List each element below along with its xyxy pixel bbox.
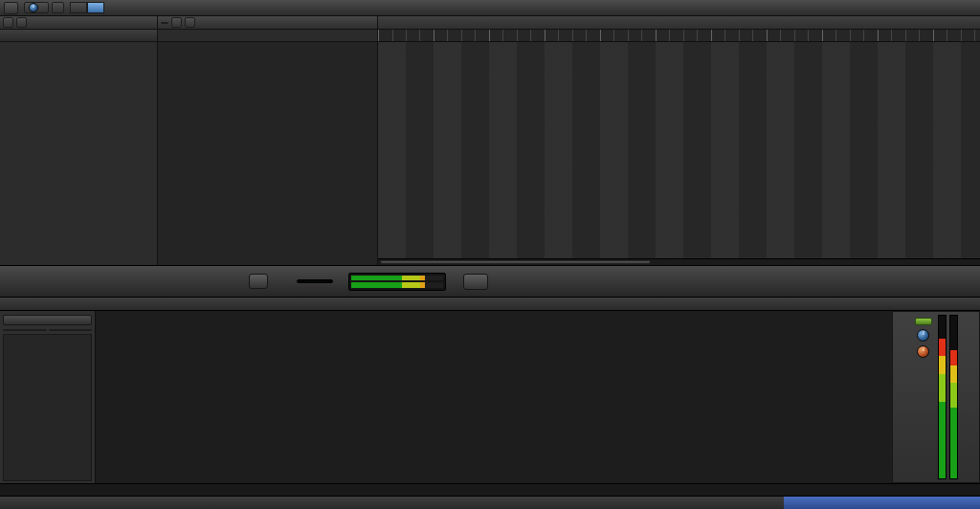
master-eq-knob[interactable] [917, 329, 929, 342]
master-channel-strip[interactable] [892, 311, 980, 483]
add-track-button[interactable] [3, 17, 13, 28]
master-controls [915, 315, 932, 479]
channel-strips [96, 311, 98, 483]
scrollbar-thumb[interactable] [380, 260, 651, 264]
track-panel-subheader [0, 30, 157, 42]
check-buttons [3, 329, 92, 331]
mixcraft-window [0, 0, 980, 509]
automation-type-select[interactable] [24, 2, 49, 13]
perf-add-button[interactable] [161, 22, 168, 24]
main-toolbar [0, 0, 980, 16]
cpu-status [784, 497, 980, 509]
performance-header [158, 16, 377, 30]
arrangement-area [0, 16, 980, 266]
timeline-ruler[interactable] [378, 30, 980, 42]
master-track-button[interactable] [16, 17, 27, 28]
perf-cue-select[interactable] [171, 17, 182, 28]
time-mode-button[interactable] [70, 2, 87, 13]
time-mode-toggle [70, 2, 104, 13]
meter-unlit [425, 282, 443, 288]
lcd-display [297, 279, 333, 283]
master-send-knob[interactable] [917, 345, 929, 358]
marker-lane[interactable] [378, 16, 980, 30]
meter-fill [939, 339, 946, 478]
track-panel [0, 16, 158, 265]
beats-mode-button[interactable] [87, 2, 104, 13]
performance-panel [158, 16, 378, 265]
meter-fill [950, 350, 957, 478]
mixer-track-labels [0, 483, 980, 496]
app-icon [4, 2, 18, 14]
transport-bar [0, 266, 980, 298]
bottom-tabs [0, 298, 980, 311]
check-none-button[interactable] [49, 329, 93, 331]
track-panel-header [0, 16, 157, 30]
meter-unlit [425, 276, 443, 281]
master-level-meter [348, 273, 446, 291]
status-bar [0, 496, 980, 509]
master-meter-right [949, 315, 958, 479]
mixer-panel [0, 311, 980, 483]
timeline [378, 16, 980, 265]
clip-area[interactable] [378, 42, 980, 265]
meter-bar-left [351, 276, 443, 281]
check-all-button[interactable] [3, 329, 47, 331]
show-tracks-list [3, 334, 92, 481]
snap-select[interactable] [52, 2, 64, 13]
perf-quantize-select[interactable] [185, 17, 195, 28]
timeline-hscrollbar[interactable] [378, 258, 980, 265]
master-fx-button[interactable] [463, 274, 488, 290]
performance-set-tabs [158, 30, 377, 42]
send-channel-select[interactable] [3, 315, 92, 325]
meter-bar-right [351, 282, 443, 288]
master-meter-left [938, 315, 947, 479]
mixer-sidebar [0, 311, 96, 483]
volume-knob-icon [29, 3, 38, 12]
record-button[interactable] [249, 274, 268, 289]
fx-button[interactable] [915, 318, 932, 325]
master-body [897, 313, 975, 481]
